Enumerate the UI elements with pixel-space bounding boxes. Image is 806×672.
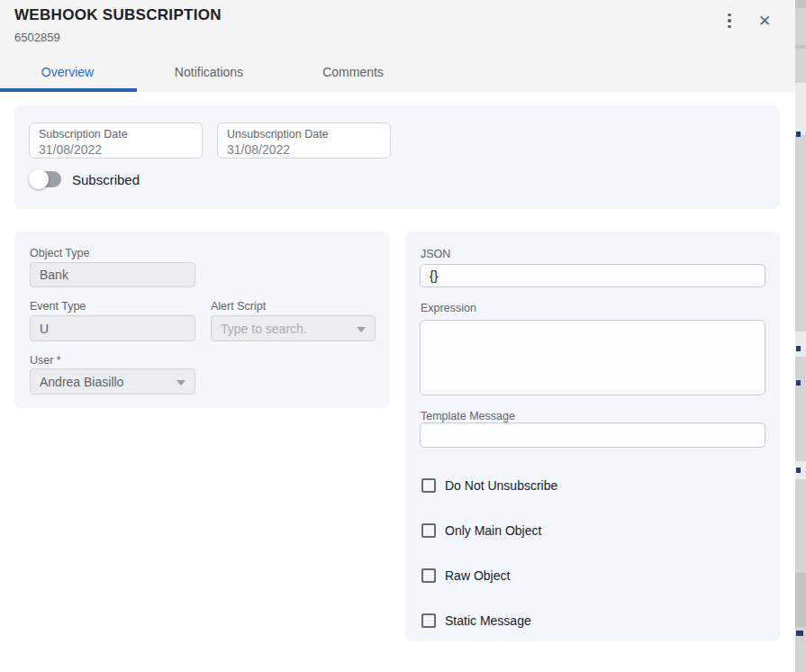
subscription-date-label: Subscription Date [39,128,193,141]
alert-script-placeholder: Type to search. [221,322,307,336]
do-not-unsubscribe-checkbox[interactable] [421,478,436,493]
json-label: JSON [421,248,450,260]
webhook-subscription-dialog: WEBHOOK SUBSCRIPTION 6502859 ✕ Overview … [0,0,795,672]
subscribed-toggle-label: Subscribed [72,172,140,187]
object-type-input: Bank [30,262,195,287]
subscription-date-value: 31/08/2022 [39,142,193,157]
unsubscription-date-value: 31/08/2022 [227,142,381,157]
template-message-input[interactable] [420,422,765,448]
checkbox-row: Only Main Object [421,522,541,539]
checkbox-row: Raw Object [421,568,510,584]
active-tab-indicator [0,88,137,92]
toggle-knob [29,169,49,189]
event-type-input: U [30,315,195,341]
close-icon[interactable]: ✕ [753,7,776,34]
dialog-header: WEBHOOK SUBSCRIPTION 6502859 ✕ Overview … [0,0,795,92]
chevron-down-icon [177,380,186,386]
template-message-label: Template Message [421,410,515,422]
expression-textarea[interactable] [420,320,765,395]
static-message-checkbox[interactable] [421,613,436,628]
unsubscription-date-field[interactable]: Unsubscription Date 31/08/2022 [217,123,391,159]
subscription-id: 6502859 [14,31,60,44]
event-type-label: Event Type [30,300,86,313]
unsubscription-date-label: Unsubscription Date [227,128,381,141]
alert-script-label: Alert Script [211,300,266,313]
do-not-unsubscribe-label: Do Not Unsubscribe [445,478,557,493]
static-message-label: Static Message [445,613,531,628]
json-input[interactable] [420,264,765,287]
checkbox-row: Do Not Unsubscribe [421,477,557,494]
tab-comments[interactable]: Comments [283,52,423,92]
subscription-date-field[interactable]: Subscription Date 31/08/2022 [29,123,203,159]
subscription-panel: Subscription Date 31/08/2022 Unsubscript… [14,105,780,209]
details-panel: Object Type Bank Event Type U Alert Scri… [14,232,390,408]
user-value: Andrea Biasillo [40,375,123,389]
only-main-object-label: Only Main Object [445,523,541,538]
message-panel: JSON Expression Template Message Do Not … [405,232,780,641]
chevron-down-icon [357,327,366,332]
expression-label: Expression [421,302,476,314]
page-title: WEBHOOK SUBSCRIPTION [14,6,222,24]
only-main-object-checkbox[interactable] [421,523,436,538]
kebab-menu-icon[interactable] [718,7,741,34]
background-page-strip [795,0,806,672]
object-type-label: Object Type [30,247,89,259]
subscribed-toggle[interactable] [31,171,61,187]
tab-overview[interactable]: Overview [0,52,135,92]
alert-script-select: Type to search. [211,315,376,341]
user-select: Andrea Biasillo [30,368,195,395]
tab-notifications[interactable]: Notifications [135,52,283,92]
tab-bar: Overview Notifications Comments [0,52,423,92]
user-label: User * [30,354,61,367]
raw-object-checkbox[interactable] [421,568,436,583]
checkbox-row: Static Message [421,613,531,629]
raw-object-label: Raw Object [445,568,510,583]
